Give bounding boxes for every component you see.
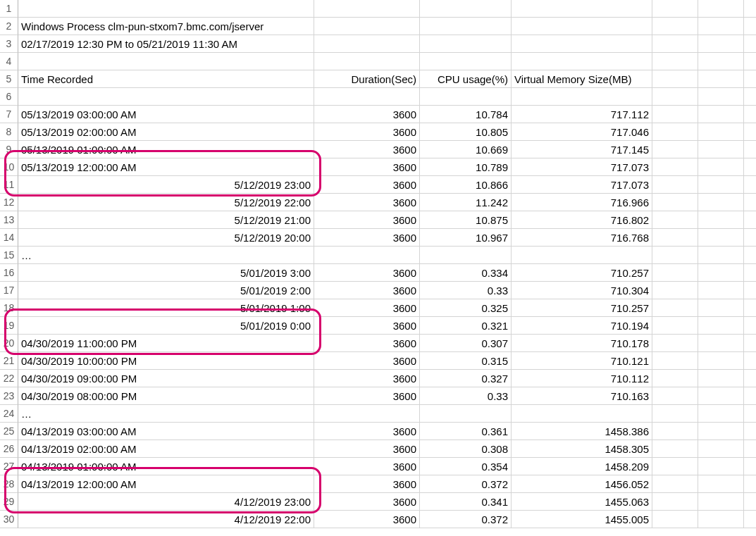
empty-cell[interactable] (698, 493, 744, 511)
cpu-cell[interactable]: 10.789 (420, 158, 512, 176)
cpu-cell[interactable]: 11.242 (420, 194, 512, 211)
row-header[interactable]: 25 (0, 423, 18, 440)
cpu-cell[interactable]: 0.334 (420, 264, 512, 282)
empty-cell[interactable] (744, 264, 756, 282)
row-header[interactable]: 6 (0, 88, 18, 106)
empty-cell[interactable] (652, 335, 698, 352)
duration-cell[interactable]: 3600 (314, 317, 420, 335)
vms-cell[interactable]: 717.112 (512, 106, 652, 123)
empty-cell[interactable] (652, 475, 698, 493)
empty-cell[interactable] (698, 282, 744, 299)
cpu-cell[interactable]: 10.875 (420, 211, 512, 229)
empty-cell[interactable] (652, 70, 698, 88)
time-cell[interactable]: 5/12/2019 22:00 (18, 194, 314, 211)
cpu-cell[interactable]: 0.33 (420, 282, 512, 299)
row-header[interactable]: 9 (0, 141, 18, 158)
empty-cell[interactable] (744, 70, 756, 88)
cpu-cell[interactable]: 0.33 (420, 387, 512, 405)
vms-cell[interactable] (512, 0, 652, 18)
time-cell[interactable]: 04/30/2019 10:00:00 PM (18, 352, 314, 370)
cpu-cell[interactable]: 0.372 (420, 511, 512, 528)
vms-cell[interactable]: 710.257 (512, 299, 652, 317)
empty-cell[interactable] (698, 158, 744, 176)
cpu-cell[interactable]: 0.327 (420, 370, 512, 387)
empty-cell[interactable] (652, 18, 698, 35)
duration-cell[interactable]: 3600 (314, 158, 420, 176)
empty-cell[interactable] (744, 53, 756, 70)
row-header[interactable]: 1 (0, 0, 18, 18)
vms-cell[interactable]: 717.073 (512, 158, 652, 176)
duration-cell[interactable]: 3600 (314, 299, 420, 317)
empty-cell[interactable] (744, 440, 756, 458)
vms-cell[interactable]: 1458.209 (512, 458, 652, 475)
range-cell[interactable]: 02/17/2019 12:30 PM to 05/21/2019 11:30 … (18, 35, 314, 53)
row-header[interactable]: 23 (0, 387, 18, 405)
empty-cell[interactable] (698, 352, 744, 370)
time-cell[interactable]: 5/12/2019 23:00 (18, 176, 314, 194)
cpu-cell[interactable]: 0.372 (420, 475, 512, 493)
empty-cell[interactable] (744, 423, 756, 440)
vms-cell[interactable]: 716.966 (512, 194, 652, 211)
empty-cell[interactable] (652, 123, 698, 141)
cpu-cell[interactable]: 10.669 (420, 141, 512, 158)
row-header[interactable]: 24 (0, 405, 18, 423)
cpu-cell[interactable]: 0.308 (420, 440, 512, 458)
vms-cell[interactable]: 1455.005 (512, 511, 652, 528)
row-header[interactable]: 10 (0, 158, 18, 176)
duration-cell[interactable]: 3600 (314, 106, 420, 123)
vms-cell[interactable]: 717.046 (512, 123, 652, 141)
time-cell[interactable]: 4/12/2019 23:00 (18, 493, 314, 511)
vms-cell[interactable] (512, 18, 652, 35)
duration-cell[interactable]: 3600 (314, 176, 420, 194)
vms-cell[interactable]: 710.194 (512, 317, 652, 335)
duration-cell[interactable]: 3600 (314, 282, 420, 299)
time-cell[interactable]: 04/13/2019 01:00:00 AM (18, 458, 314, 475)
empty-cell[interactable] (744, 35, 756, 53)
time-cell[interactable]: 5/01/2019 0:00 (18, 317, 314, 335)
cpu-cell[interactable]: 0.315 (420, 352, 512, 370)
row-header[interactable]: 28 (0, 475, 18, 493)
empty-cell[interactable] (698, 511, 744, 528)
empty-cell[interactable] (652, 282, 698, 299)
empty-cell[interactable] (744, 176, 756, 194)
duration-cell[interactable]: 3600 (314, 423, 420, 440)
empty-cell[interactable] (698, 194, 744, 211)
empty-cell[interactable] (698, 440, 744, 458)
cpu-cell[interactable] (420, 88, 512, 106)
row-header[interactable]: 19 (0, 317, 18, 335)
cpu-cell[interactable]: 0.361 (420, 423, 512, 440)
row-header[interactable]: 5 (0, 70, 18, 88)
empty-cell[interactable] (744, 141, 756, 158)
duration-cell[interactable]: 3600 (314, 458, 420, 475)
time-cell[interactable]: 5/01/2019 3:00 (18, 264, 314, 282)
empty-cell[interactable] (652, 229, 698, 247)
row-header[interactable]: 8 (0, 123, 18, 141)
vms-cell[interactable] (512, 88, 652, 106)
empty-cell[interactable] (652, 88, 698, 106)
row-header[interactable]: 26 (0, 440, 18, 458)
empty-cell[interactable] (744, 194, 756, 211)
empty-cell[interactable] (652, 493, 698, 511)
cpu-cell[interactable] (420, 247, 512, 264)
empty-cell[interactable] (652, 158, 698, 176)
cpu-cell[interactable]: 10.866 (420, 176, 512, 194)
vms-cell[interactable] (512, 247, 652, 264)
time-cell[interactable]: 04/30/2019 11:00:00 PM (18, 335, 314, 352)
empty-cell[interactable] (744, 18, 756, 35)
empty-cell[interactable] (744, 106, 756, 123)
row-header[interactable]: 30 (0, 511, 18, 528)
cpu-cell[interactable]: 0.354 (420, 458, 512, 475)
empty-cell[interactable] (652, 0, 698, 18)
time-cell[interactable]: 05/13/2019 02:00:00 AM (18, 123, 314, 141)
empty-cell[interactable] (744, 211, 756, 229)
empty-cell[interactable] (652, 352, 698, 370)
time-cell[interactable]: 04/13/2019 02:00:00 AM (18, 440, 314, 458)
duration-cell[interactable]: 3600 (314, 475, 420, 493)
cpu-cell[interactable]: 10.784 (420, 106, 512, 123)
time-cell[interactable]: 05/13/2019 01:00:00 AM (18, 141, 314, 158)
ellipsis-cell[interactable]: … (18, 247, 314, 264)
cpu-cell[interactable]: 10.805 (420, 123, 512, 141)
empty-cell[interactable] (744, 475, 756, 493)
row-header[interactable]: 16 (0, 264, 18, 282)
empty-cell[interactable] (744, 247, 756, 264)
